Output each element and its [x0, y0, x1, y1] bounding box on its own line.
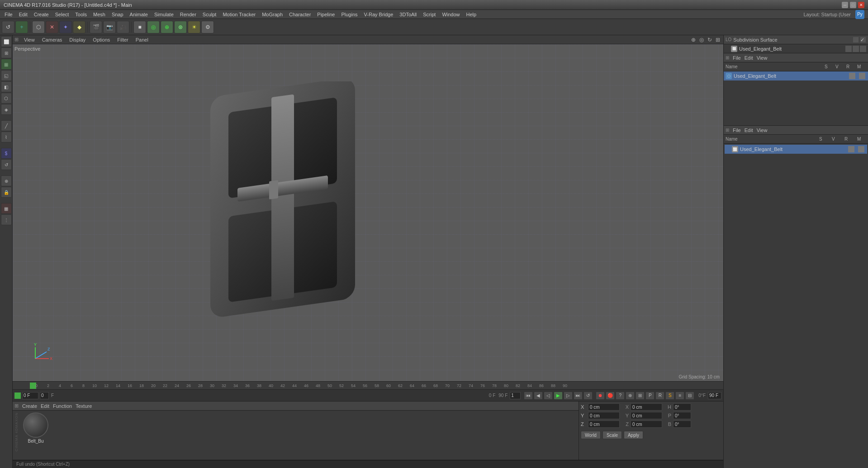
sidebar-tool-7[interactable]: ╱: [1, 120, 12, 131]
sidebar-tool-8[interactable]: ⌇: [1, 132, 12, 142]
obj-icon-1[interactable]: [849, 73, 855, 79]
keyframe-scale[interactable]: S: [665, 392, 674, 400]
menu-animate[interactable]: Animate: [127, 11, 151, 18]
sidebar-tool-5[interactable]: ⬡: [1, 93, 12, 104]
subdiv-check-2[interactable]: ✓: [860, 37, 866, 43]
props-vis-icon[interactable]: [848, 146, 854, 152]
sidebar-tool-10[interactable]: ↺: [1, 159, 12, 170]
dope-sheet[interactable]: ⊟: [685, 392, 694, 400]
step-forward[interactable]: ▷: [564, 392, 573, 400]
viewport-menu-options[interactable]: Options: [91, 36, 112, 43]
cube-tool[interactable]: ■: [133, 21, 146, 33]
props-menu-view[interactable]: View: [757, 128, 768, 133]
viewport-menu-cameras[interactable]: Cameras: [40, 36, 64, 43]
current-frame-input[interactable]: [22, 392, 38, 399]
keyframe-pos[interactable]: P: [645, 392, 655, 400]
polygon-mode[interactable]: ◆: [73, 21, 85, 33]
coord-size-y-input[interactable]: [631, 412, 662, 419]
point-mode[interactable]: ✕: [46, 21, 58, 33]
om-toggle[interactable]: ⊞: [726, 55, 729, 60]
nurbs-tool[interactable]: ◎: [147, 21, 160, 33]
viewport-icon-frame[interactable]: ⊞: [714, 36, 721, 43]
sidebar-tool-1[interactable]: ⊞: [1, 47, 12, 58]
menu-edit[interactable]: Edit: [16, 11, 30, 18]
menu-3dtoall[interactable]: 3DToAll: [397, 11, 419, 18]
world-button[interactable]: World: [581, 431, 601, 439]
go-to-end[interactable]: ⏭: [574, 392, 583, 400]
menu-file[interactable]: File: [2, 11, 15, 18]
om-menu-file[interactable]: File: [733, 55, 741, 61]
menu-sculpt[interactable]: Sculpt: [200, 11, 219, 18]
3d-viewport[interactable]: Perspective: [13, 44, 723, 381]
sidebar-tool-6[interactable]: ◈: [1, 104, 12, 115]
menu-pipeline[interactable]: Pipeline: [314, 11, 337, 18]
belt-vis-icon[interactable]: [845, 46, 852, 52]
deformer-tool[interactable]: ⊕: [161, 21, 173, 33]
props-menu-edit[interactable]: Edit: [745, 128, 753, 133]
menu-character[interactable]: Character: [286, 11, 313, 18]
menu-vray[interactable]: V-Ray Bridge: [361, 11, 396, 18]
coord-x-input[interactable]: [588, 403, 620, 411]
material-menu-edit[interactable]: Edit: [41, 403, 49, 409]
render-active-view[interactable]: 🎬: [90, 21, 102, 33]
om-menu-edit[interactable]: Edit: [745, 55, 753, 61]
menu-create[interactable]: Create: [31, 11, 52, 18]
close-button[interactable]: ✕: [858, 2, 864, 8]
viewport-menu-view[interactable]: View: [22, 36, 37, 43]
apply-button[interactable]: Apply: [624, 431, 643, 439]
motion-path[interactable]: ⊕: [626, 392, 635, 400]
menu-motion-tracker[interactable]: Motion Tracker: [220, 11, 258, 18]
fps-input[interactable]: [40, 392, 49, 399]
render-preview[interactable]: 📷: [103, 21, 116, 33]
model-mode[interactable]: ⬡: [32, 21, 45, 33]
props-menu-file[interactable]: File: [733, 128, 741, 133]
sidebar-tool-11[interactable]: ⊕: [1, 175, 12, 186]
props-lock-icon[interactable]: [858, 146, 864, 152]
subdiv-check-1[interactable]: [853, 37, 859, 43]
auto-keyframe[interactable]: 🔴: [606, 392, 615, 400]
maximize-button[interactable]: □: [850, 2, 856, 8]
viewport-icon-rotate[interactable]: ↻: [706, 36, 713, 43]
keyframe-rot[interactable]: R: [655, 392, 664, 400]
menu-snap[interactable]: Snap: [109, 11, 126, 18]
python-icon[interactable]: Py: [855, 10, 864, 19]
sidebar-tool-4[interactable]: ◧: [1, 81, 12, 92]
sidebar-object-mode[interactable]: ⬜: [1, 36, 12, 47]
sidebar-tool-12[interactable]: 🔒: [1, 187, 12, 198]
redo-button[interactable]: +: [15, 21, 28, 33]
menu-render[interactable]: Render: [177, 11, 199, 18]
render-to-po[interactable]: 🎥: [117, 21, 129, 33]
om-menu-view[interactable]: View: [757, 55, 768, 61]
viewport-icon-move[interactable]: ⊕: [690, 36, 697, 43]
coord-size-x-input[interactable]: [631, 403, 662, 411]
edge-mode[interactable]: ✦: [59, 21, 72, 33]
material-menu-texture[interactable]: Texture: [76, 403, 92, 409]
obj-icon-2[interactable]: [859, 73, 865, 79]
undo-button[interactable]: ↺: [2, 21, 14, 33]
viewport-icon-zoom[interactable]: ◎: [698, 36, 705, 43]
props-toggle[interactable]: ⊞: [726, 128, 729, 132]
coord-h-input[interactable]: [673, 403, 691, 411]
keyframe-all[interactable]: ⊞: [636, 392, 645, 400]
coord-b-input[interactable]: [673, 421, 691, 428]
keyframe-param[interactable]: ≡: [675, 392, 684, 400]
coord-z-input[interactable]: [588, 421, 620, 428]
go-to-start[interactable]: ⏮: [524, 392, 533, 400]
menu-plugins[interactable]: Plugins: [338, 11, 360, 18]
camera-tool[interactable]: ⊛: [174, 21, 187, 33]
belt-render-icon[interactable]: [860, 46, 866, 52]
coord-y-input[interactable]: [588, 412, 620, 419]
menu-simulate[interactable]: Simulate: [152, 11, 176, 18]
play-reverse[interactable]: ◀: [534, 392, 543, 400]
sidebar-tool-14[interactable]: ⋮: [1, 214, 12, 225]
viewport-menu-panel[interactable]: Panel: [134, 36, 150, 43]
scale-button[interactable]: Scale: [602, 431, 622, 439]
sidebar-tool-9[interactable]: $: [1, 148, 12, 159]
menu-script[interactable]: Script: [420, 11, 438, 18]
fps-rate-input[interactable]: [510, 392, 521, 399]
belt-lock-icon[interactable]: [853, 46, 859, 52]
menu-mesh[interactable]: Mesh: [90, 11, 108, 18]
minimize-button[interactable]: ─: [842, 2, 848, 8]
sidebar-tool-13[interactable]: ▦: [1, 203, 12, 214]
step-back[interactable]: ◁: [544, 392, 553, 400]
